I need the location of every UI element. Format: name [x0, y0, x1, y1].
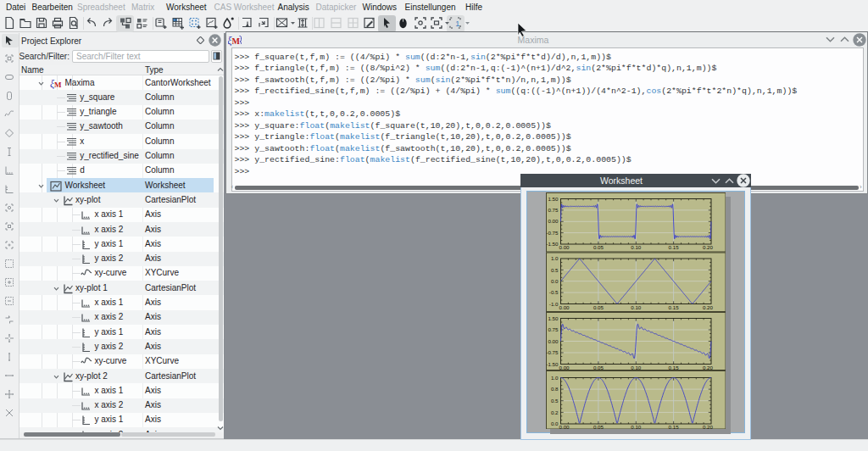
svg-text:-0.75: -0.75	[546, 349, 559, 355]
svg-text:-0.5: -0.5	[548, 289, 558, 295]
svg-text:M: M	[54, 80, 62, 88]
svg-text:0.75: 0.75	[548, 207, 559, 213]
svg-text:0.15: 0.15	[668, 424, 679, 429]
svg-text:0.15: 0.15	[668, 364, 679, 370]
svg-text:-1.50: -1.50	[546, 241, 559, 247]
svg-text:0.10: 0.10	[631, 303, 642, 309]
svg-text:0.5: 0.5	[550, 397, 558, 403]
svg-text:0.15: 0.15	[668, 303, 679, 309]
svg-text:0.00: 0.00	[559, 303, 570, 309]
svg-text:0.00: 0.00	[559, 244, 570, 250]
svg-text:0.05: 0.05	[593, 424, 604, 429]
svg-text:0.20: 0.20	[702, 424, 713, 429]
svg-text:-0.75: -0.75	[546, 229, 559, 235]
svg-text:1.50: 1.50	[548, 195, 559, 201]
svg-text:0.0: 0.0	[550, 277, 558, 283]
svg-text:0.05: 0.05	[593, 303, 604, 309]
svg-text:0.00: 0.00	[559, 424, 570, 429]
svg-text:1.0: 1.0	[550, 374, 558, 380]
svg-text:0.75: 0.75	[548, 326, 559, 332]
svg-text:0.8: 0.8	[550, 386, 558, 392]
svg-text:0.20: 0.20	[702, 244, 713, 250]
svg-text:0.00: 0.00	[559, 364, 570, 370]
svg-text:0.15: 0.15	[668, 244, 679, 250]
svg-text:0.05: 0.05	[593, 244, 604, 250]
svg-text:-1.50: -1.50	[546, 360, 559, 366]
svg-text:0.05: 0.05	[593, 364, 604, 370]
svg-text:0.2: 0.2	[550, 409, 558, 415]
svg-text:0.5: 0.5	[550, 266, 558, 272]
svg-text:0.20: 0.20	[702, 303, 713, 309]
svg-text:0.00: 0.00	[548, 218, 559, 224]
svg-text:0.00: 0.00	[548, 337, 559, 343]
svg-text:0.10: 0.10	[631, 364, 642, 370]
svg-text:1.50: 1.50	[548, 315, 559, 320]
svg-text:0.20: 0.20	[702, 364, 713, 370]
svg-text:0.10: 0.10	[631, 244, 642, 250]
svg-text:M: M	[231, 36, 240, 46]
svg-text:-1.0: -1.0	[548, 300, 558, 306]
svg-text:1: 1	[455, 19, 459, 28]
svg-text:0.10: 0.10	[631, 424, 642, 429]
svg-text:0.0: 0.0	[550, 420, 558, 426]
svg-text:1.0: 1.0	[550, 255, 558, 261]
